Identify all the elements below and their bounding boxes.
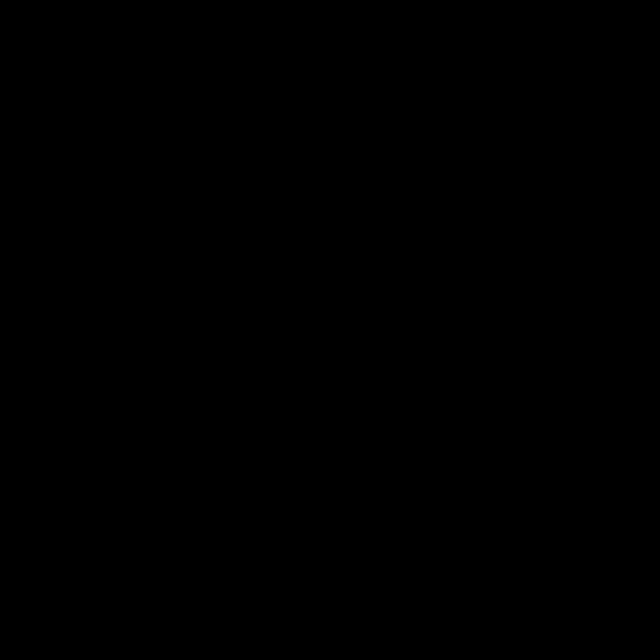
chart-frame bbox=[0, 0, 644, 644]
curve-highlight-segment bbox=[25, 25, 639, 639]
plot-area bbox=[25, 25, 639, 639]
